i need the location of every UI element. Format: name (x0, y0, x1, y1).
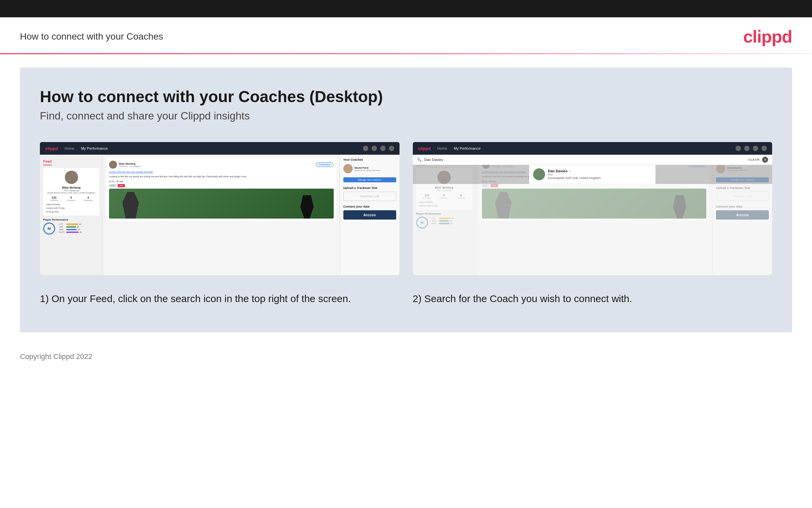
stat-activities: 131 Activities (50, 196, 58, 201)
bar-app: APP 85 (59, 226, 82, 228)
app-mockup-2: clippd Home My Performance 🔍 D (413, 142, 772, 275)
golfer-figure-2 (300, 195, 314, 219)
logo: clippd (743, 27, 792, 47)
mock-post-1: Blair McHarg Yesterday · Sunningdale Fol… (106, 158, 336, 221)
step-1-description: On your Feed, click on the search icon i… (51, 293, 351, 304)
profile-name: Blair McHarg (46, 186, 97, 189)
settings-icon[interactable] (380, 146, 386, 151)
coach-name: David Ford (355, 166, 380, 169)
profile-avatar (65, 171, 78, 184)
mock-nav-2: clippd Home My Performance (413, 142, 772, 155)
trackman-title: Upload a Trackman Test (343, 186, 396, 189)
search-result-item[interactable]: Dan Davies ✓ Pro Sunningdale Golf Club, … (529, 165, 656, 184)
golfer-figure-1 (122, 192, 139, 219)
mock-nav-home[interactable]: Home (64, 146, 74, 151)
stat-following: 4 Following (84, 196, 92, 201)
mock-nav-1: clippd Home My Performance (40, 142, 399, 155)
result-club: Sunningdale Golf Club, United Kingdom (548, 176, 601, 180)
search-bar: 🔍 Dan Davies CLEAR ✕ (413, 155, 772, 165)
post-author: Blair McHarg (119, 162, 141, 165)
latest-activity-name: Lesson with Fordy (46, 207, 97, 209)
performance-label: Player Performance (43, 218, 99, 221)
step-2-text: 2) Search for the Coach you wish to conn… (413, 292, 772, 306)
verified-icon: ✓ (569, 169, 572, 173)
quality-circle: 92 (43, 222, 55, 235)
feed-label: Feed (43, 159, 52, 165)
search-overlay: 🔍 Dan Davies CLEAR ✕ Dan Davies ✓ (413, 155, 772, 184)
profile-stats: 131 Activities 3 Followers 4 Following (46, 196, 97, 201)
profile-handicap-2: Plus Handicap (419, 189, 470, 192)
user-icon[interactable] (372, 146, 377, 151)
coaches-title: Your Coaches (343, 158, 396, 161)
bar-arg: ARG 86 (59, 228, 82, 230)
search-input-value[interactable]: Dan Davies (424, 158, 746, 162)
copyright: Copyright Clippd 2022 (20, 352, 92, 361)
manage-coaches-button[interactable]: Manage Your Coaches (343, 177, 396, 182)
header-divider (0, 53, 812, 54)
performance-bars: OTT 90 APP 85 ARG (59, 223, 82, 234)
page-subheading: Find, connect and share your Clippd insi… (40, 110, 772, 122)
mock-nav-performance-2[interactable]: My Performance (454, 146, 481, 151)
mock-nav-performance[interactable]: My Performance (81, 146, 108, 151)
post-date: Yesterday · Sunningdale (119, 165, 141, 167)
result-avatar (533, 168, 545, 180)
search-icon-input: 🔍 (417, 157, 422, 162)
connect-title: Connect your data (343, 205, 396, 208)
screenshot-2: clippd Home My Performance 🔍 D (413, 142, 772, 275)
avatar-icon[interactable] (389, 146, 394, 151)
post-duration: 01 hr : 30 min (109, 180, 334, 183)
mock-right-1: Your Coaches David Ford Royal North Devo… (340, 155, 399, 275)
result-name: Dan Davies (548, 169, 567, 173)
app-button[interactable]: APP (118, 184, 125, 187)
close-button[interactable]: ✕ (762, 157, 768, 163)
mock-nav-icons (363, 146, 394, 151)
step-1-number: 1) (40, 293, 49, 304)
step-1-text: 1) On your Feed, click on the search ico… (40, 292, 399, 306)
profile-card: Blair McHarg Plus Handicap Royal North D… (43, 168, 99, 216)
profile-stats-2: 131Activities 3Followers 4Following (419, 194, 470, 199)
latest-activity-label: Latest Activity (46, 203, 97, 206)
app-mockup-1: clippd Home My Performance Feed (40, 142, 399, 275)
page-heading: How to connect with your Coaches (Deskto… (40, 87, 772, 106)
profile-name-2: Blair McHarg (419, 186, 470, 189)
search-icon-2[interactable] (735, 146, 741, 151)
header: How to connect with your Coaches clippd (0, 17, 812, 53)
mock-logo-2: clippd (418, 146, 431, 151)
coach-item: David Ford Royal North Devon Golf Club (343, 164, 396, 173)
result-type: Pro (548, 173, 601, 176)
trackman-placeholder: Trackman Link (343, 192, 396, 201)
arccos-brand: Arccos (343, 210, 396, 220)
mock-logo: clippd (45, 146, 58, 151)
avatar-icon-2[interactable] (761, 146, 767, 151)
search-icon[interactable] (363, 146, 368, 151)
screenshot-1: clippd Home My Performance Feed (40, 142, 399, 275)
control-link[interactable]: Control who can see your activity and da… (109, 171, 334, 173)
result-info: Dan Davies ✓ Pro Sunningdale Golf Club, … (548, 169, 601, 180)
top-bar (0, 0, 812, 17)
footer: Copyright Clippd 2022 (0, 346, 812, 368)
stat-followers: 3 Followers (67, 196, 76, 201)
user-icon-2[interactable] (744, 146, 750, 151)
off-button[interactable]: OTT (109, 184, 116, 187)
following-button[interactable]: Following ▾ (316, 162, 334, 167)
mock-body-1: Feed Blair McHarg Plus Handicap Royal No… (40, 155, 399, 275)
quality-circle-2: 92 (416, 217, 428, 228)
steps-row: 1) On your Feed, click on the search ico… (40, 292, 772, 306)
coach-club: Royal North Devon Golf Club (355, 169, 380, 171)
page-title: How to connect with your Coaches (20, 31, 163, 42)
post-avatar (109, 161, 117, 169)
profile-club: Royal North Devon Golf Club, United King… (46, 192, 97, 194)
mock-nav-icons-2 (735, 146, 767, 151)
mock-center-1: Blair McHarg Yesterday · Sunningdale Fol… (103, 155, 340, 275)
settings-icon-2[interactable] (753, 146, 758, 151)
mock-nav-home-2[interactable]: Home (437, 146, 447, 151)
bar-putt: PUTT 96 (59, 231, 82, 233)
clear-button[interactable]: CLEAR (749, 158, 760, 161)
screenshots-row: clippd Home My Performance Feed (40, 142, 772, 275)
post-media (109, 188, 334, 219)
step-2-number: 2) (413, 293, 422, 304)
bar-ott: OTT 90 (59, 223, 82, 225)
profile-handicap: Plus Handicap (46, 189, 97, 192)
post-text: Looking to feel like my hands are exitin… (109, 175, 334, 178)
post-header: Blair McHarg Yesterday · Sunningdale Fol… (109, 161, 334, 169)
